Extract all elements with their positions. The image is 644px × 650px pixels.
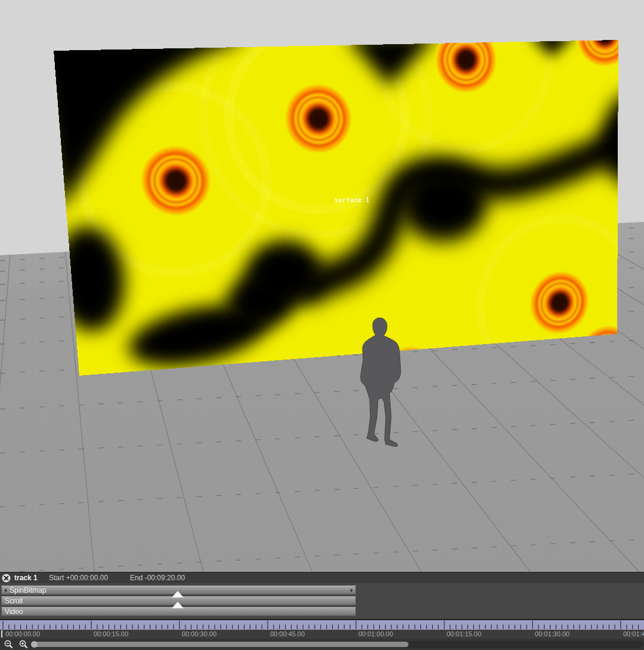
zoom-in-icon[interactable] [18,639,29,649]
ruler-ticks [0,620,644,630]
timeline-scrollbar-thumb[interactable] [31,642,408,647]
track-start-time: Start +00:00:00.00 [49,574,108,582]
playhead-marker[interactable] [1,630,2,637]
3d-viewport[interactable]: surface 1 [0,0,644,572]
ruler-labels: 00:00:00.00 00:00:15.00 00:00:30.00 00:0… [0,630,644,639]
timeline-panel: track 1 Start +00:00:00.00 End -00:09:20… [0,572,644,650]
track-end-time: End -00:09:20.00 [130,574,185,582]
tick-label: 00:01:30.00 [535,630,569,637]
track-header: track 1 Start +00:00:00.00 End -00:09:20… [0,572,644,584]
scrollbar-handle-knob[interactable] [31,641,38,648]
layer-label: Scroll [2,597,23,605]
timeline-ruler[interactable] [0,619,644,630]
tick-label: 00:01:00.00 [358,630,393,637]
app-window: surface 1 track 1 Start +00:00:00.00 End… [0,0,644,650]
timeline-toolbar [0,639,644,650]
loop-marker-icon[interactable] [172,602,184,608]
surface-content [54,40,618,376]
right-arrow-icon[interactable] [351,589,353,592]
layer-bar-video[interactable]: Video [1,607,356,616]
surface-label: surface 1 [335,197,370,203]
left-arrow-icon[interactable] [4,589,7,592]
close-icon[interactable] [2,574,11,583]
tick-label: 00:01:15.00 [447,630,481,637]
layer-label: SpinBitmap [2,586,46,595]
tick-label: 00:00:30.00 [182,630,216,637]
tick-label: 00:00:15.00 [94,630,128,637]
layer-label: Video [2,608,23,616]
tick-label: 00:00:45.00 [270,630,305,637]
zoom-out-icon[interactable] [4,639,14,649]
tick-label: 00:00:00.00 [5,630,40,637]
loop-marker-icon[interactable] [172,591,184,598]
track-name: track 1 [14,574,38,582]
tick-label: 00:01:45.00 [623,630,644,637]
projection-surface[interactable] [54,40,618,376]
layer-stack: SpinBitmap Scroll Video [0,583,644,619]
